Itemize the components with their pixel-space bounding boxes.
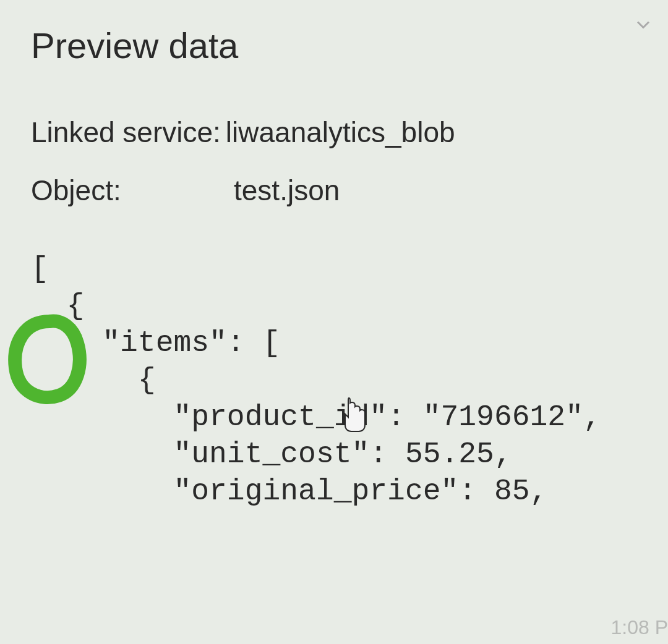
clock-overlay: 1:08 P (610, 616, 668, 639)
code-line: { (31, 363, 156, 397)
code-line: "product_id": "7196612", (31, 400, 601, 434)
code-line: "original_price": 85, (31, 475, 547, 508)
panel-title: Preview data (31, 25, 637, 66)
preview-data-panel: Preview data Linked service: liwaanalyti… (0, 0, 668, 644)
code-line: [ (31, 252, 49, 286)
object-value: test.json (234, 174, 340, 207)
code-line: { (31, 289, 84, 323)
code-line: "unit_cost": 55.25, (31, 438, 512, 471)
linked-service-label: Linked service: (31, 116, 221, 149)
object-label: Object: (31, 174, 229, 207)
chevron-down-icon[interactable] (631, 12, 656, 37)
code-line: "items": [ (31, 326, 280, 360)
linked-service-value: liwaanalytics_blob (226, 116, 455, 149)
object-row: Object: test.json (31, 174, 637, 207)
json-code-block: [ { "items": [ { "product_id": "7196612"… (31, 250, 637, 510)
linked-service-row: Linked service: liwaanalytics_blob (31, 116, 637, 149)
